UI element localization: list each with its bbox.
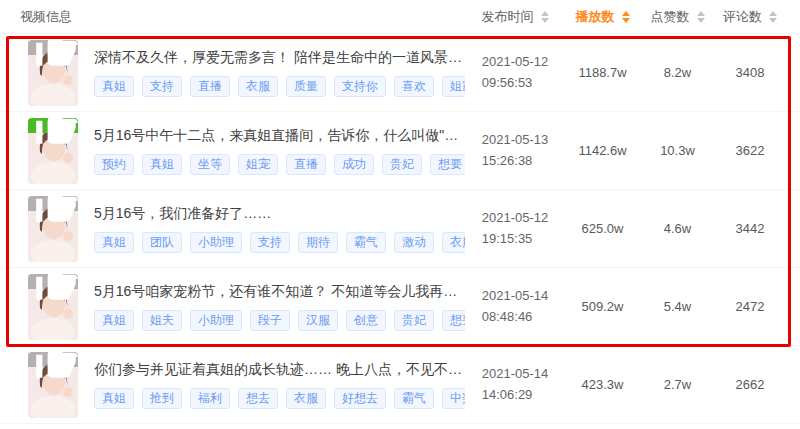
tag[interactable]: 真姐 <box>94 388 134 409</box>
video-text-block: 你们参与并见证着真姐的成长轨迹…… 晚上八点，不见不散！ 真姐抢到福利想去衣服好… <box>94 361 465 409</box>
video-title[interactable]: 深情不及久伴，厚爱无需多言！ 陪伴是生命中的一道风景，过客无数，愿意与你相伴的人… <box>94 49 465 67</box>
video-text-block: 5月16号咱家宠粉节，还有谁不知道？ 不知道等会儿我再来说一遍！ 没预约直播的你… <box>94 283 465 331</box>
plays-cell: 1188.7w <box>565 65 640 80</box>
video-title[interactable]: 5月16号咱家宠粉节，还有谁不知道？ 不知道等会儿我再来说一遍！ 没预约直播的你… <box>94 283 465 301</box>
tag[interactable]: 霸气 <box>394 388 434 409</box>
tag-list: 预约真姐坐等姐宠直播成功贵妃想要开播福利 <box>94 154 465 175</box>
tag[interactable]: 预约 <box>94 154 134 175</box>
tag[interactable]: 想要 <box>430 154 465 175</box>
tag[interactable]: 福利 <box>190 388 230 409</box>
tag[interactable]: 直播 <box>190 76 230 97</box>
video-text-block: 深情不及久伴，厚爱无需多言！ 陪伴是生命中的一道风景，过客无数，愿意与你相伴的人… <box>94 49 465 97</box>
video-thumbnail[interactable]: 45.0 <box>28 40 78 106</box>
column-header-likes[interactable]: 点赞数 <box>651 8 705 26</box>
tag[interactable]: 汉服 <box>298 310 338 331</box>
thumbs-up-icon <box>32 196 78 237</box>
tag[interactable]: 抢到 <box>142 388 182 409</box>
plays-value: 1188.7w <box>578 65 626 80</box>
tag[interactable]: 支持 <box>250 232 290 253</box>
tag[interactable]: 姐宠 <box>238 154 278 175</box>
tag[interactable]: 想要 <box>442 310 465 331</box>
tag-list: 真姐姐夫小助理段子汉服创意贵妃想要中奖 <box>94 310 465 331</box>
comments-value: 3442 <box>736 221 765 236</box>
plays-value: 423.3w <box>582 377 624 392</box>
video-info-cell: 57.0 5月16号中午十二点，来真姐直播间，告诉你，什么叫做"真的"宠粉！ 预… <box>0 118 465 184</box>
table-row[interactable]: 57.0 5月16号中午十二点，来真姐直播间，告诉你，什么叫做"真的"宠粉！ 预… <box>0 112 800 190</box>
tag[interactable]: 激动 <box>394 232 434 253</box>
tag[interactable]: 中奖 <box>442 388 465 409</box>
publish-date: 2021-05-14 <box>482 366 549 381</box>
comments-cell: 2662 <box>715 377 785 392</box>
tag[interactable]: 霸气 <box>346 232 386 253</box>
video-thumbnail[interactable]: 43.1 <box>28 274 78 340</box>
publish-time-cell: 2021-05-13 15:26:38 <box>465 130 565 170</box>
tag[interactable]: 想去 <box>238 388 278 409</box>
likes-value: 5.4w <box>664 299 691 314</box>
tag[interactable]: 小助理 <box>190 232 242 253</box>
tag[interactable]: 段子 <box>250 310 290 331</box>
tag[interactable]: 质量 <box>286 76 326 97</box>
likes-cell: 2.7w <box>640 377 715 392</box>
tag[interactable]: 支持你 <box>334 76 386 97</box>
plays-cell: 509.2w <box>565 299 640 314</box>
sort-icon-comments[interactable] <box>769 11 777 23</box>
sort-icon-likes[interactable] <box>697 11 705 23</box>
tag[interactable]: 贵妃 <box>394 310 434 331</box>
tag[interactable]: 衣服 <box>238 76 278 97</box>
publish-clock: 09:56:53 <box>482 75 533 90</box>
tag[interactable]: 衣服 <box>286 388 326 409</box>
publish-date: 2021-05-12 <box>482 54 549 69</box>
sort-icon-plays[interactable] <box>622 11 630 23</box>
column-header-comments[interactable]: 评论数 <box>723 8 777 26</box>
video-thumbnail[interactable]: 38.5 <box>28 352 78 418</box>
video-title[interactable]: 5月16号中午十二点，来真姐直播间，告诉你，什么叫做"真的"宠粉！ <box>94 127 465 145</box>
tag-list: 真姐支持直播衣服质量支持你喜欢姐家女人 <box>94 76 465 97</box>
tag[interactable]: 期待 <box>298 232 338 253</box>
comments-cell: 3622 <box>715 143 785 158</box>
tag-list: 真姐团队小助理支持期待霸气激动衣服强大 <box>94 232 465 253</box>
tag[interactable]: 好想去 <box>334 388 386 409</box>
video-text-block: 5月16号中午十二点，来真姐直播间，告诉你，什么叫做"真的"宠粉！ 预约真姐坐等… <box>94 127 465 175</box>
table-row[interactable]: 42.2 5月16号，我们准备好了…… 真姐团队小助理支持期待霸气激动衣服强大 … <box>0 190 800 268</box>
sort-icon-publish-time[interactable] <box>541 11 549 23</box>
column-header-plays[interactable]: 播放数 <box>576 8 630 26</box>
tag[interactable]: 真姐 <box>94 76 134 97</box>
tag[interactable]: 坐等 <box>190 154 230 175</box>
plays-cell: 1142.6w <box>565 143 640 158</box>
tag[interactable]: 创意 <box>346 310 386 331</box>
video-title[interactable]: 5月16号，我们准备好了…… <box>94 205 465 223</box>
tag[interactable]: 成功 <box>334 154 374 175</box>
video-thumbnail[interactable]: 57.0 <box>28 118 78 184</box>
likes-cell: 10.3w <box>640 143 715 158</box>
tag[interactable]: 真姐 <box>142 154 182 175</box>
score-badge: 42.2 <box>28 196 78 211</box>
video-title[interactable]: 你们参与并见证着真姐的成长轨迹…… 晚上八点，不见不散！ <box>94 361 465 379</box>
likes-value: 8.2w <box>664 65 691 80</box>
tag[interactable]: 真姐 <box>94 232 134 253</box>
video-text-block: 5月16号，我们准备好了…… 真姐团队小助理支持期待霸气激动衣服强大 <box>94 205 465 253</box>
tag[interactable]: 直播 <box>286 154 326 175</box>
comments-cell: 3442 <box>715 221 785 236</box>
tag-list: 真姐抢到福利想去衣服好想去霸气中奖支持 <box>94 388 465 409</box>
tag[interactable]: 姐夫 <box>142 310 182 331</box>
tag[interactable]: 喜欢 <box>394 76 434 97</box>
video-thumbnail[interactable]: 42.2 <box>28 196 78 262</box>
tag[interactable]: 衣服 <box>442 232 465 253</box>
plays-cell: 625.0w <box>565 221 640 236</box>
tag[interactable]: 团队 <box>142 232 182 253</box>
tag[interactable]: 真姐 <box>94 310 134 331</box>
tag[interactable]: 姐家 <box>442 76 465 97</box>
table-row[interactable]: 38.5 你们参与并见证着真姐的成长轨迹…… 晚上八点，不见不散！ 真姐抢到福利… <box>0 346 800 424</box>
comments-value: 2472 <box>736 299 765 314</box>
tag[interactable]: 贵妃 <box>382 154 422 175</box>
table-row[interactable]: 45.0 深情不及久伴，厚爱无需多言！ 陪伴是生命中的一道风景，过客无数，愿意与… <box>0 34 800 112</box>
tag[interactable]: 小助理 <box>190 310 242 331</box>
column-header-publish-time[interactable]: 发布时间 <box>482 8 549 26</box>
likes-value: 10.3w <box>660 143 695 158</box>
publish-date: 2021-05-13 <box>482 132 549 147</box>
table-row[interactable]: 43.1 5月16号咱家宠粉节，还有谁不知道？ 不知道等会儿我再来说一遍！ 没预… <box>0 268 800 346</box>
tag[interactable]: 支持 <box>142 76 182 97</box>
score-badge: 57.0 <box>28 118 78 133</box>
likes-value: 2.7w <box>664 377 691 392</box>
video-info-cell: 38.5 你们参与并见证着真姐的成长轨迹…… 晚上八点，不见不散！ 真姐抢到福利… <box>0 352 465 418</box>
